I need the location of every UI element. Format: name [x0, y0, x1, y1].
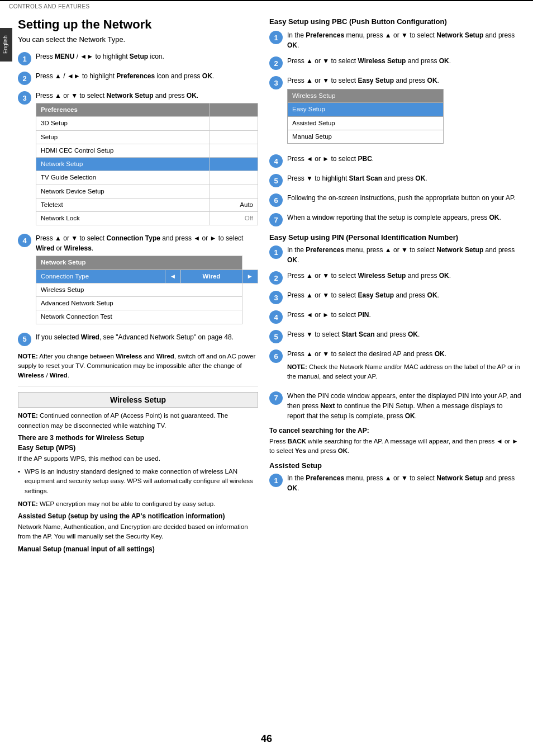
- pbc-step-1-text: In the Preferences menu, press ▲ or ▼ to…: [287, 30, 522, 50]
- top-bar-text: CONTROLS AND FEATURES: [9, 3, 90, 10]
- wireless-options-menu: Wireless Setup Easy Setup Assisted Setup…: [287, 89, 444, 144]
- step-1-text: Press MENU / ◄► to highlight Setup icon.: [36, 51, 258, 62]
- menu-val-hdmi: [210, 144, 258, 157]
- easy-pin-title: Easy Setup using PIN (Personal Identific…: [269, 233, 522, 242]
- menu-label-netlock: Network Lock: [36, 212, 210, 225]
- wep-note: NOTE: WEP encryption may not be able to …: [18, 499, 258, 509]
- pbc-step-5-text: Press ▼ to highlight Start Scan and pres…: [287, 173, 522, 183]
- step-5-text: If you selected Wired, see "Advanced Net…: [36, 332, 258, 342]
- wireless-menu-manual-label: Manual Setup: [288, 130, 444, 143]
- page: CONTROLS AND FEATURES English Setting up…: [0, 0, 533, 756]
- assisted-title: Assisted Setup: [269, 461, 522, 470]
- pin-step-1-num: 1: [269, 245, 283, 259]
- pin-step-2: 2 Press ▲ or ▼ to select Wireless Setup …: [269, 271, 522, 285]
- assisted-setup-title: Assisted Setup (setup by using the AP's …: [18, 512, 258, 520]
- pin-step-6-num: 6: [269, 349, 283, 363]
- wireless-menu-header: Wireless Setup: [288, 89, 444, 103]
- menu-item-netlock: Network LockOff: [36, 212, 258, 225]
- assisted-step-1-num: 1: [269, 474, 283, 487]
- ns-wireless-label: Wireless Setup: [36, 283, 242, 296]
- pbc-step-5: 5 Press ▼ to highlight Start Scan and pr…: [269, 173, 522, 187]
- pbc-step-4-text: Press ◄ or ► to select PBC.: [287, 154, 522, 164]
- pin-step-7-text: When the PIN code window appears, enter …: [287, 391, 522, 421]
- wireless-menu-easy-label: Easy Setup: [288, 103, 444, 116]
- main-content: Setting up the Network You can select th…: [0, 12, 533, 561]
- step-5-num: 5: [18, 333, 31, 346]
- english-label: English: [2, 36, 8, 54]
- divider-1: [18, 386, 258, 386]
- menu-item-3d: 3D Setup: [36, 117, 258, 130]
- wps-bullet: WPS is an industry standard designed to …: [18, 467, 258, 496]
- pbc-step-2-text: Press ▲ or ▼ to select Wireless Setup an…: [287, 56, 522, 66]
- pbc-step-5-num: 5: [269, 174, 283, 187]
- pbc-step-4: 4 Press ◄ or ► to select PBC.: [269, 154, 522, 168]
- wired-wireless-note: NOTE: After you change between Wireless …: [18, 352, 258, 381]
- pin-step-2-num: 2: [269, 271, 283, 285]
- step-3-text: Press ▲ or ▼ to select Network Setup and…: [36, 91, 258, 228]
- step-1-num: 1: [18, 52, 31, 65]
- ns-left-arrow: ◄: [165, 270, 180, 283]
- menu-val-netlock: Off: [210, 212, 258, 225]
- cancel-title: To cancel searching for the AP:: [269, 427, 522, 434]
- top-bar: CONTROLS AND FEATURES: [0, 0, 533, 12]
- cancel-text: Press BACK while searching for the AP. A…: [269, 437, 522, 456]
- step-3-num: 3: [18, 91, 31, 105]
- ns-connection-type-row: Connection Type ◄ Wired ►: [36, 270, 258, 283]
- ns-header-row: Network Setup: [36, 256, 258, 270]
- menu-item-netdevice: Network Device Setup: [36, 185, 258, 198]
- menu-item-network-selected: Network Setup: [36, 158, 258, 171]
- menu-label-3d: 3D Setup: [36, 117, 210, 130]
- easy-setup-wps-text: If the AP supports WPS, this method can …: [18, 454, 258, 464]
- menu-label-network: Network Setup: [36, 158, 210, 171]
- menu-header-row: Preferences: [36, 103, 258, 117]
- pbc-step-3-num: 3: [269, 76, 283, 89]
- step-4: 4 Press ▲ or ▼ to select Connection Type…: [18, 233, 258, 326]
- wireless-menu-easy: Easy Setup: [288, 103, 444, 116]
- menu-val-netdevice: [210, 185, 258, 198]
- ns-wireless-setup-row: Wireless Setup: [36, 283, 258, 296]
- wireless-menu-assisted-label: Assisted Setup: [288, 116, 444, 130]
- two-col-layout: Setting up the Network You can select th…: [18, 17, 522, 555]
- page-title: Setting up the Network: [18, 17, 258, 32]
- step-2-text: Press ▲ / ◄► to highlight Preferences ic…: [36, 71, 258, 81]
- wireless-menu-header-label: Wireless Setup: [288, 89, 444, 103]
- step-4-text: Press ▲ or ▼ to select Connection Type a…: [36, 233, 258, 326]
- menu-item-recording: Setup: [36, 130, 258, 144]
- pbc-step-6-text: Following the on-screen instructions, pu…: [287, 193, 522, 203]
- pin-step-4-num: 4: [269, 310, 283, 324]
- menu-header-cell2: [210, 103, 258, 117]
- pbc-step-6: 6 Following the on-screen instructions, …: [269, 193, 522, 207]
- preferences-menu: Preferences 3D Setup Setup HDMI CEC Cont…: [36, 103, 258, 225]
- menu-label-hdmi: HDMI CEC Control Setup: [36, 144, 210, 157]
- wireless-menu-assisted: Assisted Setup: [288, 116, 444, 130]
- pbc-step-7-num: 7: [269, 213, 283, 226]
- pin-step-3: 3 Press ▲ or ▼ to select Easy Setup and …: [269, 290, 522, 304]
- menu-val-3d: [210, 117, 258, 130]
- menu-header-cell: Preferences: [36, 103, 210, 117]
- ns-connection-type-value: Wired: [181, 270, 242, 283]
- pin-step-3-text: Press ▲ or ▼ to select Easy Setup and pr…: [287, 290, 522, 300]
- ns-advanced-label: Advanced Network Setup: [36, 297, 242, 310]
- easy-pbc-title: Easy Setup using PBC (Push Button Config…: [269, 17, 522, 26]
- menu-item-tvguide: TV Guide Selection: [36, 171, 258, 185]
- assisted-step-1-text: In the Preferences menu, press ▲ or ▼ to…: [287, 473, 522, 493]
- page-number: 46: [261, 733, 272, 745]
- step-4-num: 4: [18, 234, 31, 247]
- pbc-step-2: 2 Press ▲ or ▼ to select Wireless Setup …: [269, 56, 522, 70]
- step-5: 5 If you selected Wired, see "Advanced N…: [18, 332, 258, 346]
- pin-step-5-text: Press ▼ to select Start Scan and press O…: [287, 329, 522, 339]
- pbc-step-1-num: 1: [269, 31, 283, 44]
- network-setup-menu: Network Setup Connection Type ◄ Wired ► …: [36, 256, 258, 324]
- pin-step-5: 5 Press ▼ to select Start Scan and press…: [269, 329, 522, 343]
- step-2-num: 2: [18, 72, 31, 85]
- pbc-step-6-num: 6: [269, 193, 283, 207]
- pbc-step-2-num: 2: [269, 56, 283, 70]
- ns-header-cell: Network Setup: [36, 256, 242, 270]
- menu-label-tvguide: TV Guide Selection: [36, 171, 210, 185]
- menu-label-netdevice: Network Device Setup: [36, 185, 210, 198]
- pbc-step-1: 1 In the Preferences menu, press ▲ or ▼ …: [269, 30, 522, 50]
- menu-item-teletext: TeletextAuto: [36, 198, 258, 211]
- subtitle: You can select the Network Type.: [18, 35, 258, 44]
- menu-val-tvguide: [210, 171, 258, 185]
- pin-step-4: 4 Press ◄ or ► to select PIN.: [269, 310, 522, 324]
